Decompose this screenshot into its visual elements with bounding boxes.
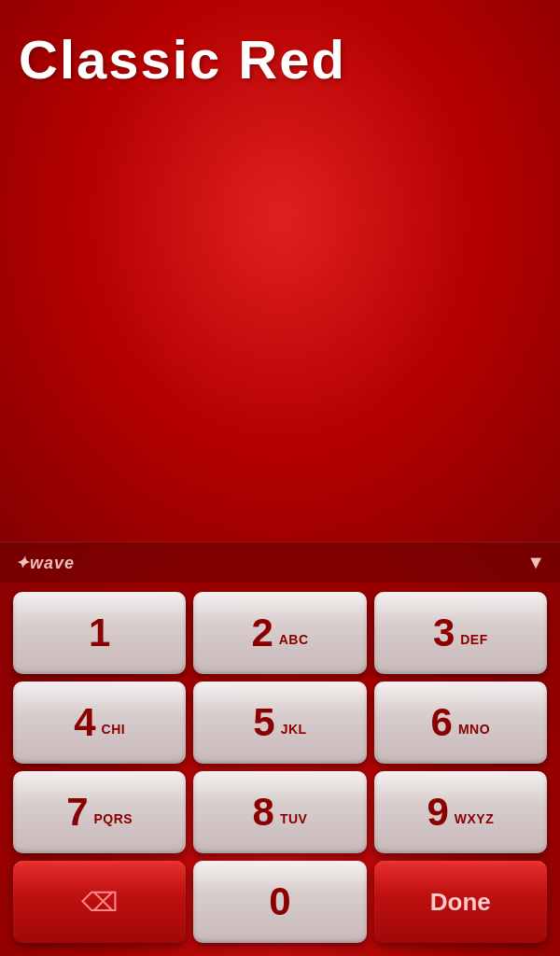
keyboard-section: ✦wave ▼ 1 2 ABC 3 DEF xyxy=(0,541,560,956)
key-3[interactable]: 3 DEF xyxy=(374,592,547,674)
keypad: 1 2 ABC 3 DEF 4 CHI xyxy=(0,583,560,956)
key-5[interactable]: 5 JKL xyxy=(193,682,366,764)
key-4[interactable]: 4 CHI xyxy=(13,682,186,764)
backspace-button[interactable]: ⌫ xyxy=(13,861,186,943)
key-7[interactable]: 7 PQRS xyxy=(13,771,186,853)
key-0[interactable]: 0 xyxy=(193,861,366,943)
key-2[interactable]: 2 ABC xyxy=(193,592,366,674)
display-area: Classic Red xyxy=(0,0,560,541)
key-1[interactable]: 1 xyxy=(13,592,186,674)
chevron-down-icon[interactable]: ▼ xyxy=(526,552,545,573)
key-6[interactable]: 6 MNO xyxy=(374,682,547,764)
done-button[interactable]: Done xyxy=(374,861,547,943)
wave-bar[interactable]: ✦wave ▼ xyxy=(0,541,560,583)
backspace-icon: ⌫ xyxy=(81,887,119,918)
key-9[interactable]: 9 WXYZ xyxy=(374,771,547,853)
app-container: Classic Red ✦wave ▼ 1 2 ABC xyxy=(0,0,560,956)
key-8[interactable]: 8 TUV xyxy=(193,771,366,853)
app-title: Classic Red xyxy=(19,28,346,91)
wave-label: ✦wave xyxy=(15,553,75,573)
